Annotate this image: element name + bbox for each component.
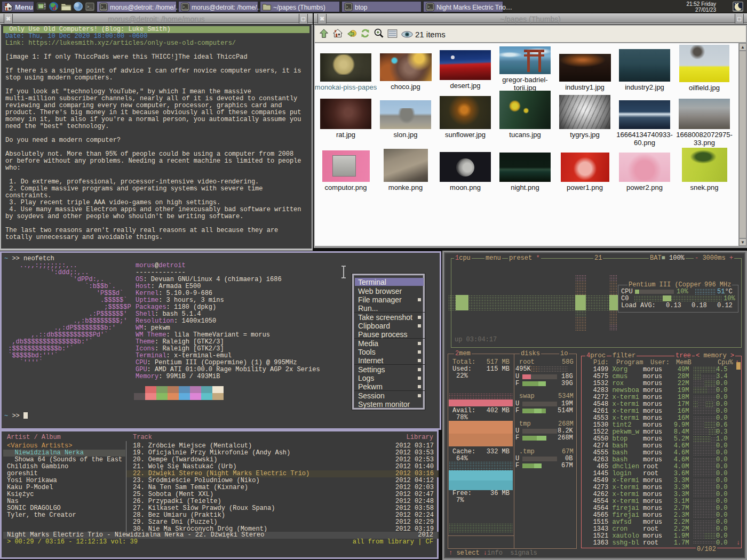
svg-text:>_: >_ xyxy=(101,5,105,9)
svg-text:>_: >_ xyxy=(346,5,350,9)
svg-text:>_: >_ xyxy=(427,5,432,9)
svg-text:>_: >_ xyxy=(87,5,92,9)
svg-text:d: d xyxy=(53,4,57,12)
svg-text:>_: >_ xyxy=(182,5,187,9)
svg-text:W: W xyxy=(39,4,44,9)
